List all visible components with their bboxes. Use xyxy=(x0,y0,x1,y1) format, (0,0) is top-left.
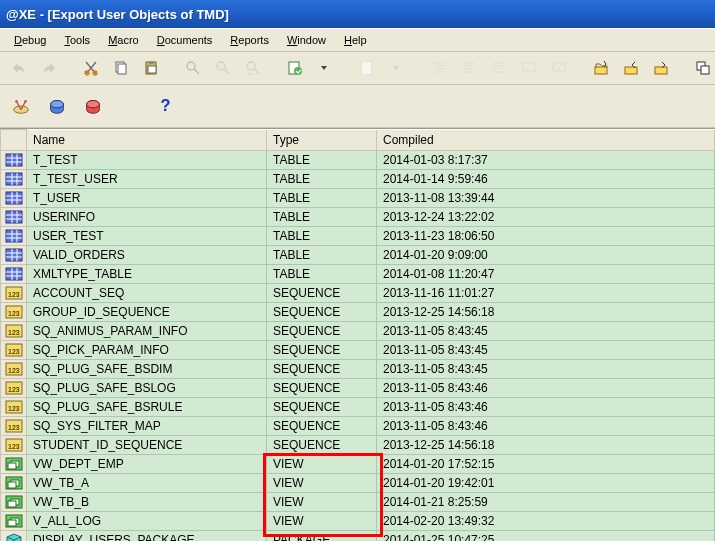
align-left-button[interactable] xyxy=(486,55,512,81)
table-row[interactable]: SQ_PLUG_SAFE_BSDIMSEQUENCE2013-11-05 8:4… xyxy=(1,359,715,378)
menubar[interactable]: DebugToolsMacroDocumentsReportsWindowHel… xyxy=(0,28,715,52)
cell-type[interactable]: PACKAGE xyxy=(267,530,377,541)
cell-type[interactable]: VIEW xyxy=(267,511,377,530)
table-row[interactable]: SQ_PLUG_SAFE_BSRULESEQUENCE2013-11-05 8:… xyxy=(1,397,715,416)
session-2-button[interactable] xyxy=(618,55,644,81)
replace-button[interactable] xyxy=(240,55,266,81)
cell-compiled[interactable]: 2014-01-21 8:25:59 xyxy=(377,492,715,511)
cell-type[interactable]: TABLE xyxy=(267,150,377,169)
cell-type[interactable]: VIEW xyxy=(267,454,377,473)
table-row[interactable]: T_TEST_USERTABLE2014-01-14 9:59:46 xyxy=(1,169,715,188)
cell-compiled[interactable]: 2014-01-25 10:47:25 xyxy=(377,530,715,541)
cell-compiled[interactable]: 2014-01-20 9:09:00 xyxy=(377,245,715,264)
cascade-windows-button[interactable] xyxy=(690,55,715,81)
object-grid-wrap[interactable]: Name Type Compiled T_TESTTABLE2014-01-03… xyxy=(0,128,715,541)
cell-compiled[interactable]: 2013-12-25 14:56:18 xyxy=(377,302,715,321)
cell-name[interactable]: STUDENT_ID_SEQUENCE xyxy=(27,435,267,454)
cell-type[interactable]: SEQUENCE xyxy=(267,340,377,359)
table-row[interactable]: SQ_SYS_FILTER_MAPSEQUENCE2013-11-05 8:43… xyxy=(1,416,715,435)
find-next-button[interactable] xyxy=(210,55,236,81)
col-header-icon[interactable] xyxy=(1,130,27,151)
cell-name[interactable]: T_TEST_USER xyxy=(27,169,267,188)
cell-type[interactable]: SEQUENCE xyxy=(267,435,377,454)
table-row[interactable]: V_ALL_LOGVIEW2014-02-20 13:49:32 xyxy=(1,511,715,530)
comment-button[interactable] xyxy=(516,55,542,81)
table-row[interactable]: VALID_ORDERSTABLE2014-01-20 9:09:00 xyxy=(1,245,715,264)
table-row[interactable]: SQ_PICK_PARAM_INFOSEQUENCE2013-11-05 8:4… xyxy=(1,340,715,359)
cell-compiled[interactable]: 2013-12-24 13:22:02 xyxy=(377,207,715,226)
object-grid[interactable]: Name Type Compiled T_TESTTABLE2014-01-03… xyxy=(0,129,715,541)
cell-compiled[interactable]: 2013-12-25 14:56:18 xyxy=(377,435,715,454)
table-row[interactable]: SQ_ANIMUS_PARAM_INFOSEQUENCE2013-11-05 8… xyxy=(1,321,715,340)
cell-name[interactable]: SQ_PLUG_SAFE_BSRULE xyxy=(27,397,267,416)
table-row[interactable]: GROUP_ID_SEQUENCESEQUENCE2013-12-25 14:5… xyxy=(1,302,715,321)
cell-compiled[interactable]: 2013-11-05 8:43:45 xyxy=(377,359,715,378)
col-header-compiled[interactable]: Compiled xyxy=(377,130,715,151)
cell-compiled[interactable]: 2014-01-08 11:20:47 xyxy=(377,264,715,283)
cell-type[interactable]: TABLE xyxy=(267,207,377,226)
cell-type[interactable]: TABLE xyxy=(267,245,377,264)
find-button[interactable] xyxy=(180,55,206,81)
cell-compiled[interactable]: 2013-11-08 13:39:44 xyxy=(377,188,715,207)
cell-name[interactable]: USER_TEST xyxy=(27,226,267,245)
uncomment-button[interactable] xyxy=(546,55,572,81)
cell-compiled[interactable]: 2013-11-05 8:43:45 xyxy=(377,321,715,340)
menu-documents[interactable]: Documents xyxy=(149,32,221,48)
cell-name[interactable]: SQ_PLUG_SAFE_BSDIM xyxy=(27,359,267,378)
paste-button[interactable] xyxy=(138,55,164,81)
help-icon[interactable]: ? xyxy=(154,95,176,117)
table-row[interactable]: T_TESTTABLE2014-01-03 8:17:37 xyxy=(1,150,715,169)
cell-name[interactable]: VW_DEPT_EMP xyxy=(27,454,267,473)
execute-button[interactable] xyxy=(282,55,308,81)
cell-type[interactable]: SEQUENCE xyxy=(267,397,377,416)
cell-name[interactable]: ACCOUNT_SEQ xyxy=(27,283,267,302)
table-row[interactable]: STUDENT_ID_SEQUENCESEQUENCE2013-12-25 14… xyxy=(1,435,715,454)
session-1-button[interactable] xyxy=(588,55,614,81)
cell-name[interactable]: SQ_PLUG_SAFE_BSLOG xyxy=(27,378,267,397)
cell-compiled[interactable]: 2013-11-05 8:43:46 xyxy=(377,416,715,435)
menu-reports[interactable]: Reports xyxy=(222,32,277,48)
table-row[interactable]: T_USERTABLE2013-11-08 13:39:44 xyxy=(1,188,715,207)
execute-dropdown[interactable] xyxy=(312,55,338,81)
cell-type[interactable]: SEQUENCE xyxy=(267,378,377,397)
menu-window[interactable]: Window xyxy=(279,32,334,48)
cell-name[interactable]: SQ_ANIMUS_PARAM_INFO xyxy=(27,321,267,340)
cell-name[interactable]: VW_TB_B xyxy=(27,492,267,511)
cut-button[interactable] xyxy=(78,55,104,81)
table-row[interactable]: VW_TB_BVIEW2014-01-21 8:25:59 xyxy=(1,492,715,511)
disk-blue-icon[interactable] xyxy=(46,95,68,117)
cell-compiled[interactable]: 2013-11-05 8:43:46 xyxy=(377,397,715,416)
disk-red-icon[interactable] xyxy=(82,95,104,117)
indent-button[interactable] xyxy=(426,55,452,81)
cell-name[interactable]: SQ_PICK_PARAM_INFO xyxy=(27,340,267,359)
cell-type[interactable]: SEQUENCE xyxy=(267,302,377,321)
cell-type[interactable]: SEQUENCE xyxy=(267,416,377,435)
cell-compiled[interactable]: 2014-01-20 19:42:01 xyxy=(377,473,715,492)
cell-type[interactable]: SEQUENCE xyxy=(267,321,377,340)
table-row[interactable]: SQ_PLUG_SAFE_BSLOGSEQUENCE2013-11-05 8:4… xyxy=(1,378,715,397)
col-header-type[interactable]: Type xyxy=(267,130,377,151)
table-row[interactable]: VW_DEPT_EMPVIEW2014-01-20 17:52:15 xyxy=(1,454,715,473)
session-3-button[interactable] xyxy=(648,55,674,81)
table-row[interactable]: ACCOUNT_SEQSEQUENCE2013-11-16 11:01:27 xyxy=(1,283,715,302)
cell-name[interactable]: T_USER xyxy=(27,188,267,207)
cell-compiled[interactable]: 2014-01-03 8:17:37 xyxy=(377,150,715,169)
table-row[interactable]: USER_TESTTABLE2013-11-23 18:06:50 xyxy=(1,226,715,245)
col-header-name[interactable]: Name xyxy=(27,130,267,151)
cell-compiled[interactable]: 2013-11-16 11:01:27 xyxy=(377,283,715,302)
table-row[interactable]: XMLTYPE_TABLETABLE2014-01-08 11:20:47 xyxy=(1,264,715,283)
cell-compiled[interactable]: 2014-01-14 9:59:46 xyxy=(377,169,715,188)
cell-name[interactable]: XMLTYPE_TABLE xyxy=(27,264,267,283)
menu-tools[interactable]: Tools xyxy=(56,32,98,48)
cell-type[interactable]: VIEW xyxy=(267,492,377,511)
cell-type[interactable]: VIEW xyxy=(267,473,377,492)
table-row[interactable]: USERINFOTABLE2013-12-24 13:22:02 xyxy=(1,207,715,226)
menu-debug[interactable]: Debug xyxy=(6,32,54,48)
cell-compiled[interactable]: 2013-11-23 18:06:50 xyxy=(377,226,715,245)
menu-macro[interactable]: Macro xyxy=(100,32,147,48)
cell-type[interactable]: TABLE xyxy=(267,226,377,245)
cell-name[interactable]: VW_TB_A xyxy=(27,473,267,492)
cell-type[interactable]: SEQUENCE xyxy=(267,359,377,378)
redo-button[interactable] xyxy=(36,55,62,81)
table-row[interactable]: VW_TB_AVIEW2014-01-20 19:42:01 xyxy=(1,473,715,492)
